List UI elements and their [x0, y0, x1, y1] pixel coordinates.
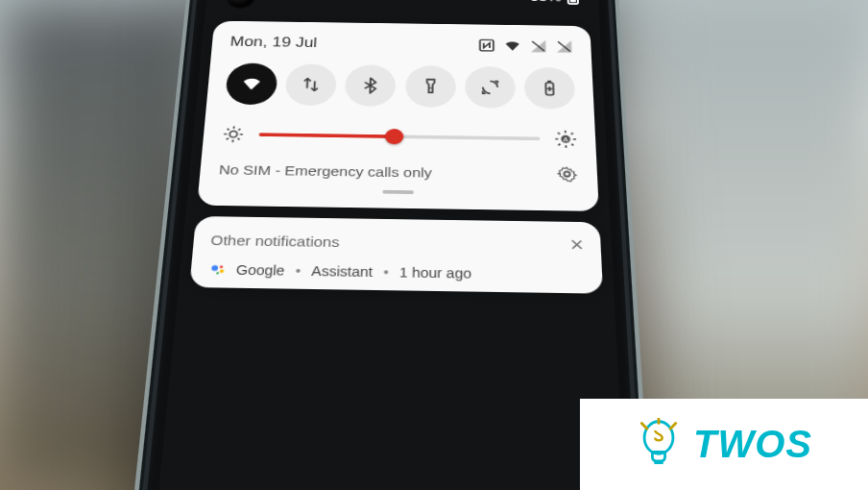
data-arrows-icon: [300, 75, 323, 93]
qs-tile-flashlight[interactable]: [404, 65, 455, 108]
battery-icon: [567, 0, 579, 5]
signal-off-icon: [529, 38, 547, 53]
flashlight-icon: [419, 77, 441, 95]
other-notifications-card: Other notifications × Google • Assistant: [189, 216, 603, 294]
brightness-thumb[interactable]: [384, 129, 403, 144]
brightness-slider[interactable]: [259, 133, 541, 140]
notif-header: Other notifications ×: [210, 230, 585, 256]
auto-rotate-icon: [479, 78, 501, 96]
qs-tiles: [225, 62, 576, 109]
separator-dot: •: [383, 264, 389, 280]
notif-app: Google: [235, 262, 285, 279]
svg-point-25: [564, 172, 569, 177]
qs-date: Mon, 19 Jul: [229, 34, 318, 51]
google-assistant-icon: [207, 261, 229, 279]
power-button[interactable]: [620, 120, 630, 180]
svg-line-14: [238, 129, 240, 131]
sim-status-text: No SIM - Emergency calls only: [219, 161, 432, 180]
signal-off-icon: [555, 39, 573, 54]
status-right: 33%: [530, 0, 579, 5]
brightness-auto-icon: A: [554, 130, 577, 149]
notification-shade: Mon, 19 Jul: [177, 16, 615, 311]
quick-settings-panel: Mon, 19 Jul: [197, 21, 599, 211]
svg-point-30: [644, 421, 673, 453]
qs-tile-bluetooth[interactable]: [345, 64, 397, 107]
qs-tile-battery-saver[interactable]: [524, 67, 576, 110]
svg-point-28: [220, 269, 225, 273]
sim-status-row: No SIM - Emergency calls only: [218, 159, 579, 184]
notif-age: 1 hour ago: [399, 265, 471, 282]
phone-body: 16:31 33% Mon, 19 Jul: [119, 0, 655, 490]
svg-line-23: [558, 144, 560, 146]
svg-line-12: [238, 138, 240, 140]
brightness-row: A: [221, 125, 577, 149]
svg-line-22: [571, 144, 573, 146]
settings-icon[interactable]: [555, 164, 579, 184]
separator-dot: •: [295, 263, 301, 279]
screen: 16:31 33% Mon, 19 Jul: [138, 0, 637, 490]
notif-title: Assistant: [311, 263, 373, 280]
bluetooth-icon: [359, 76, 382, 94]
svg-line-21: [558, 133, 560, 135]
svg-point-26: [211, 265, 218, 271]
qs-status-icons: [478, 38, 574, 55]
status-time: 16:31: [275, 0, 314, 1]
wifi-icon: [503, 38, 521, 53]
twos-watermark: TWOS: [580, 399, 868, 490]
svg-point-6: [229, 131, 237, 137]
qs-tile-data[interactable]: [284, 63, 337, 106]
drag-handle[interactable]: [382, 190, 414, 194]
svg-point-27: [220, 265, 224, 268]
dismiss-button[interactable]: ×: [569, 234, 584, 256]
brightness-fill: [259, 133, 395, 138]
battery-percent: 33%: [530, 0, 562, 5]
svg-line-11: [228, 129, 229, 131]
qs-tile-wifi[interactable]: [225, 62, 278, 105]
brightness-low-icon: [221, 125, 245, 144]
qs-tile-rotate[interactable]: [465, 66, 516, 109]
wifi-icon: [240, 75, 263, 93]
svg-line-33: [670, 423, 676, 429]
notification-item[interactable]: Google • Assistant • 1 hour ago: [207, 261, 585, 284]
battery-saver-icon: [539, 79, 562, 97]
svg-line-13: [227, 138, 229, 140]
qs-header: Mon, 19 Jul: [229, 34, 573, 55]
twos-brand-text: TWOS: [693, 423, 812, 466]
lightbulb-icon: [636, 418, 682, 472]
nfc-icon: [478, 38, 496, 53]
svg-rect-5: [547, 81, 551, 83]
notif-header-label: Other notifications: [210, 232, 340, 249]
svg-line-32: [641, 423, 647, 429]
svg-point-3: [429, 87, 431, 89]
svg-point-29: [216, 272, 219, 274]
svg-line-24: [571, 133, 573, 135]
svg-text:A: A: [563, 135, 568, 142]
